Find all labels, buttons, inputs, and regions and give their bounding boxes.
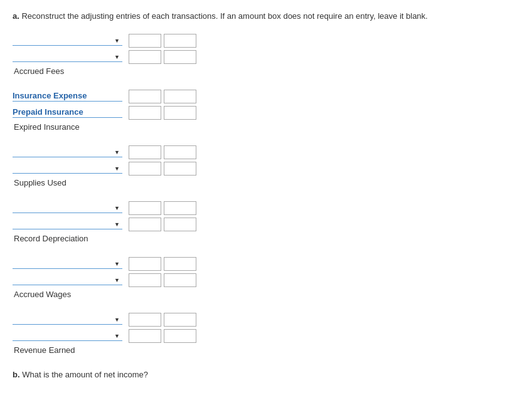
entry-row-record-depreciation-0: Accounts PayableAccounts ReceivableAccru… <box>13 201 509 215</box>
amount-input-revenue-earned-1-0[interactable] <box>129 329 161 343</box>
entry-row-expired-insurance-1: Prepaid Insurance <box>13 106 509 120</box>
account-select-accrued-wages-1[interactable]: Accounts PayableAccounts ReceivableAccru… <box>13 275 122 285</box>
amount-input-accrued-wages-1-1[interactable] <box>164 273 196 287</box>
account-select-wrapper-record-depreciation-1: Accounts PayableAccounts ReceivableAccru… <box>13 219 122 229</box>
amount-input-revenue-earned-0-0[interactable] <box>129 313 161 327</box>
entry-groups: Accounts PayableAccounts ReceivableAccru… <box>13 34 509 355</box>
entry-label-revenue-earned: Revenue Earned <box>14 345 509 355</box>
account-select-wrapper-supplies-used-1: Accounts PayableAccounts ReceivableAccru… <box>13 164 122 174</box>
entry-row-accrued-wages-1: Accounts PayableAccounts ReceivableAccru… <box>13 273 509 287</box>
amount-input-revenue-earned-0-1[interactable] <box>164 313 196 327</box>
amount-input-expired-insurance-1-1[interactable] <box>164 106 196 120</box>
amount-input-accrued-wages-1-0[interactable] <box>129 273 161 287</box>
amount-input-record-depreciation-0-0[interactable] <box>129 201 161 215</box>
entry-row-revenue-earned-0: Accounts PayableAccounts ReceivableAccru… <box>13 313 509 327</box>
entry-row-revenue-earned-1: Accounts PayableAccounts ReceivableAccru… <box>13 329 509 343</box>
account-select-wrapper-revenue-earned-1: Accounts PayableAccounts ReceivableAccru… <box>13 331 122 341</box>
amount-input-expired-insurance-1-0[interactable] <box>129 106 161 120</box>
instruction-part-b: b. What is the amount of net income? <box>13 370 509 379</box>
amount-input-accrued-wages-0-1[interactable] <box>164 257 196 271</box>
amount-input-accrued-fees-1-1[interactable] <box>164 50 196 64</box>
entry-row-accrued-fees-1: Accounts PayableAccounts ReceivableAccru… <box>13 50 509 64</box>
amount-input-record-depreciation-1-0[interactable] <box>129 218 161 231</box>
entry-group-revenue-earned: Accounts PayableAccounts ReceivableAccru… <box>13 313 509 355</box>
account-select-wrapper-accrued-fees-1: Accounts PayableAccounts ReceivableAccru… <box>13 52 122 62</box>
amount-input-record-depreciation-1-1[interactable] <box>164 218 196 231</box>
account-select-accrued-fees-0[interactable]: Accounts PayableAccounts ReceivableAccru… <box>13 36 122 46</box>
amount-input-accrued-wages-0-0[interactable] <box>129 257 161 271</box>
account-select-supplies-used-0[interactable]: Accounts PayableAccounts ReceivableAccru… <box>13 147 122 157</box>
account-select-accrued-fees-1[interactable]: Accounts PayableAccounts ReceivableAccru… <box>13 52 122 62</box>
part-a-label: a. <box>13 11 19 21</box>
entry-row-accrued-fees-0: Accounts PayableAccounts ReceivableAccru… <box>13 34 509 48</box>
entry-label-accrued-fees: Accrued Fees <box>14 66 509 76</box>
instruction-part-a: a. Reconstruct the adjusting entries of … <box>13 10 509 23</box>
amount-input-accrued-fees-0-1[interactable] <box>164 34 196 48</box>
account-select-revenue-earned-1[interactable]: Accounts PayableAccounts ReceivableAccru… <box>13 331 122 341</box>
amount-input-record-depreciation-0-1[interactable] <box>164 201 196 215</box>
entry-row-record-depreciation-1: Accounts PayableAccounts ReceivableAccru… <box>13 218 509 231</box>
account-select-record-depreciation-0[interactable]: Accounts PayableAccounts ReceivableAccru… <box>13 203 122 213</box>
entry-group-record-depreciation: Accounts PayableAccounts ReceivableAccru… <box>13 201 509 243</box>
amount-input-supplies-used-1-1[interactable] <box>164 162 196 176</box>
account-select-wrapper-accrued-wages-1: Accounts PayableAccounts ReceivableAccru… <box>13 275 122 285</box>
entry-group-accrued-wages: Accounts PayableAccounts ReceivableAccru… <box>13 257 509 299</box>
amount-input-supplies-used-0-1[interactable] <box>164 145 196 159</box>
account-select-revenue-earned-0[interactable]: Accounts PayableAccounts ReceivableAccru… <box>13 315 122 325</box>
entry-row-supplies-used-0: Accounts PayableAccounts ReceivableAccru… <box>13 145 509 159</box>
account-select-wrapper-accrued-fees-0: Accounts PayableAccounts ReceivableAccru… <box>13 36 122 46</box>
entry-group-supplies-used: Accounts PayableAccounts ReceivableAccru… <box>13 145 509 187</box>
account-select-wrapper-accrued-wages-0: Accounts PayableAccounts ReceivableAccru… <box>13 259 122 269</box>
entry-label-supplies-used: Supplies Used <box>14 178 509 187</box>
entry-row-expired-insurance-0: Insurance Expense <box>13 90 509 103</box>
part-b-text: What is the amount of net income? <box>20 370 149 379</box>
amount-input-supplies-used-0-0[interactable] <box>129 145 161 159</box>
entry-label-record-depreciation: Record Depreciation <box>14 234 509 243</box>
fixed-account-expired-insurance-1: Prepaid Insurance <box>13 107 122 118</box>
account-select-wrapper-supplies-used-0: Accounts PayableAccounts ReceivableAccru… <box>13 147 122 157</box>
entry-label-accrued-wages: Accrued Wages <box>14 290 509 299</box>
account-select-accrued-wages-0[interactable]: Accounts PayableAccounts ReceivableAccru… <box>13 259 122 269</box>
entry-row-accrued-wages-0: Accounts PayableAccounts ReceivableAccru… <box>13 257 509 271</box>
part-a-text: Reconstruct the adjusting entries of eac… <box>19 11 428 21</box>
amount-input-expired-insurance-0-1[interactable] <box>164 90 196 103</box>
account-select-wrapper-revenue-earned-0: Accounts PayableAccounts ReceivableAccru… <box>13 315 122 325</box>
amount-input-expired-insurance-0-0[interactable] <box>129 90 161 103</box>
account-select-wrapper-record-depreciation-0: Accounts PayableAccounts ReceivableAccru… <box>13 203 122 213</box>
account-select-supplies-used-1[interactable]: Accounts PayableAccounts ReceivableAccru… <box>13 164 122 174</box>
entry-row-supplies-used-1: Accounts PayableAccounts ReceivableAccru… <box>13 162 509 176</box>
entry-label-expired-insurance: Expired Insurance <box>14 122 509 132</box>
entry-group-accrued-fees: Accounts PayableAccounts ReceivableAccru… <box>13 34 509 76</box>
account-select-record-depreciation-1[interactable]: Accounts PayableAccounts ReceivableAccru… <box>13 219 122 229</box>
entry-group-expired-insurance: Insurance ExpensePrepaid InsuranceExpire… <box>13 90 509 132</box>
amount-input-accrued-fees-0-0[interactable] <box>129 34 161 48</box>
amount-input-accrued-fees-1-0[interactable] <box>129 50 161 64</box>
amount-input-supplies-used-1-0[interactable] <box>129 162 161 176</box>
part-b-label: b. <box>13 370 20 379</box>
fixed-account-expired-insurance-0: Insurance Expense <box>13 91 122 102</box>
amount-input-revenue-earned-1-1[interactable] <box>164 329 196 343</box>
